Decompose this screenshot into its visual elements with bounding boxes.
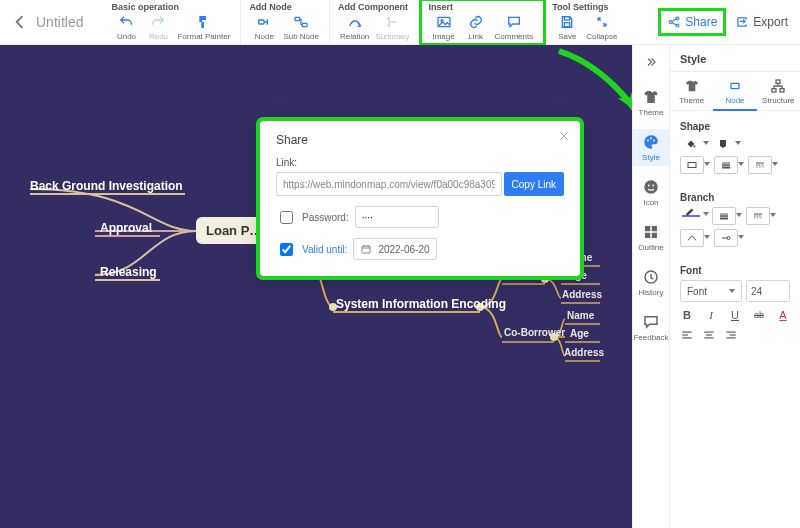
relation-button[interactable]: Relation (338, 14, 371, 41)
valid-until-datepicker[interactable]: 2022-06-20 (353, 238, 436, 260)
rail-theme-label: Theme (639, 108, 664, 117)
rect-icon (685, 159, 699, 171)
shape-rect-selector[interactable] (680, 156, 704, 174)
redo-icon (150, 14, 166, 30)
insert-image-button[interactable]: Image (429, 14, 459, 41)
font-family-select[interactable]: Font (680, 280, 742, 302)
svg-rect-22 (362, 246, 370, 253)
link-label: Link (468, 32, 483, 41)
border-style-selector[interactable] (748, 156, 772, 174)
undo-label: Undo (117, 32, 136, 41)
dash-icon (753, 159, 767, 171)
shape-fill-selector[interactable] (680, 136, 702, 152)
rail-style[interactable]: Style (633, 129, 669, 166)
pen-icon (684, 206, 698, 218)
rail-outline[interactable]: Outline (633, 219, 669, 256)
node-left-0[interactable]: Back Ground Investigation (30, 179, 183, 193)
italic-button[interactable]: I (704, 308, 718, 322)
rail-collapse-button[interactable] (633, 55, 669, 72)
rail-style-label: Style (642, 153, 660, 162)
insert-link-button[interactable]: Link (461, 14, 491, 41)
sub-node-button[interactable]: Sub Node (281, 14, 321, 41)
leaf-name-2[interactable]: Name (567, 310, 594, 321)
align-left-button[interactable] (680, 328, 694, 342)
image-icon (436, 14, 452, 30)
svg-rect-35 (731, 83, 739, 88)
svg-point-53 (727, 237, 730, 240)
save-label: Save (558, 32, 576, 41)
font-color-button[interactable]: A (776, 308, 790, 322)
undo-button[interactable]: Undo (111, 14, 141, 41)
svg-rect-37 (772, 89, 776, 92)
collapse-button[interactable]: Collapse (584, 14, 619, 41)
relation-icon (347, 14, 363, 30)
back-button[interactable] (10, 12, 30, 32)
panel-tab-structure[interactable]: Structure (757, 72, 800, 110)
underline-button[interactable]: U (728, 308, 742, 322)
branch-width-selector[interactable] (712, 207, 736, 225)
share-button[interactable]: Share (661, 11, 723, 33)
copy-link-button[interactable]: Copy Link (504, 172, 564, 196)
align-center-button[interactable] (702, 328, 716, 342)
rail-theme[interactable]: Theme (633, 84, 669, 121)
rail-icon[interactable]: Icon (633, 174, 669, 211)
insert-comments-button[interactable]: Comments (493, 14, 536, 41)
password-checkbox[interactable] (280, 211, 293, 224)
rail-outline-label: Outline (638, 243, 663, 252)
node-left-2[interactable]: Releasing (100, 265, 157, 279)
align-right-button[interactable] (724, 328, 738, 342)
format-painter-label: Format Painter (177, 32, 230, 41)
branch-color-selector[interactable] (680, 207, 702, 223)
svg-rect-6 (565, 23, 570, 27)
panel-tab-node[interactable]: Node (713, 72, 756, 111)
leaf-address-2[interactable]: Address (564, 347, 604, 358)
undo-icon (118, 14, 134, 30)
password-label: Password: (302, 212, 349, 223)
doc-title[interactable]: Untitled (36, 14, 83, 30)
valid-until-label: Valid until: (302, 244, 347, 255)
branch-dash-selector[interactable] (746, 207, 770, 225)
rail-feedback[interactable]: Feedback (633, 309, 669, 346)
svg-point-24 (647, 140, 649, 142)
strike-button[interactable]: ab (752, 308, 766, 322)
grid-icon (642, 223, 660, 241)
save-button[interactable]: Save (552, 14, 582, 41)
share-link-input[interactable] (276, 172, 502, 196)
section-font-title: Font (680, 265, 790, 276)
lines-icon (719, 159, 733, 171)
sub-node-icon (293, 14, 309, 30)
password-input[interactable] (355, 206, 439, 228)
valid-until-checkbox[interactable] (280, 243, 293, 256)
svg-rect-31 (652, 226, 657, 231)
node-sys-encoding[interactable]: System Information Encoding (336, 297, 506, 311)
image-label: Image (432, 32, 454, 41)
font-size-select[interactable]: 24 (746, 280, 790, 302)
mindmap-canvas[interactable]: Back Ground Investigation Approval Relea… (0, 45, 632, 528)
collapse-icon (594, 14, 610, 30)
svg-rect-5 (565, 17, 570, 20)
save-icon (559, 14, 575, 30)
node-button[interactable]: Node (249, 14, 279, 41)
group-title-basic: Basic operation (111, 2, 232, 12)
svg-point-39 (694, 146, 696, 148)
node-co-borrower[interactable]: Co-Borrower (504, 327, 565, 338)
branch-shape-selector[interactable] (680, 229, 704, 247)
panel-title: Style (670, 45, 800, 72)
node-left-1[interactable]: Approval (100, 221, 152, 235)
border-width-selector[interactable] (714, 156, 738, 174)
panel-tab-theme[interactable]: Theme (670, 72, 713, 110)
rail-history[interactable]: History (633, 264, 669, 301)
export-button[interactable]: Export (735, 15, 788, 29)
format-painter-button[interactable]: Format Painter (175, 14, 232, 41)
svg-rect-0 (259, 20, 264, 24)
leaf-age-2[interactable]: Age (570, 328, 589, 339)
tab-theme-label: Theme (679, 96, 704, 105)
bold-button[interactable]: B (680, 308, 694, 322)
branch-end-selector[interactable] (714, 229, 738, 247)
shape-color-selector[interactable] (712, 136, 734, 152)
leaf-address-1[interactable]: Address (562, 289, 602, 300)
style-panel: Style Theme Node Structure Shape (669, 45, 800, 528)
svg-rect-33 (652, 233, 657, 238)
endcap-icon (719, 232, 733, 244)
shirt-icon (642, 88, 660, 106)
